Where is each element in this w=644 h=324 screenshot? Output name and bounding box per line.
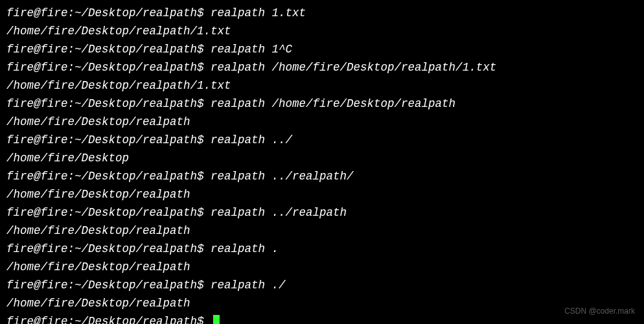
prompt: fire@fire:~/Desktop/realpath$ [6,97,211,110]
terminal-command-line: fire@fire:~/Desktop/realpath$ realpath .… [6,203,638,222]
terminal-output-line: /home/fire/Desktop/realpath [6,185,638,203]
terminal-output-line: /home/fire/Desktop/realpath [6,258,638,276]
prompt: fire@fire:~/Desktop/realpath$ [6,170,211,183]
terminal-command-line: fire@fire:~/Desktop/realpath$ realpath . [6,240,638,258]
terminal-active-line[interactable]: fire@fire:~/Desktop/realpath$ [6,312,638,324]
command-text: realpath 1^C [211,43,292,56]
terminal-command-line: fire@fire:~/Desktop/realpath$ realpath 1… [6,40,638,58]
terminal-output-line: /home/fire/Desktop/realpath/1.txt [6,22,638,40]
terminal-command-line: fire@fire:~/Desktop/realpath$ realpath /… [6,95,638,113]
terminal-output-line: /home/fire/Desktop/realpath/1.txt [6,76,638,95]
terminal-output-line: /home/fire/Desktop/realpath [6,222,638,240]
watermark: CSDN @coder.mark [564,302,635,320]
terminal-output-line: /home/fire/Desktop/realpath [6,113,638,131]
command-text: realpath /home/fire/Desktop/realpath/1.t… [211,61,496,74]
command-text: realpath ../ [211,133,292,146]
prompt: fire@fire:~/Desktop/realpath$ [6,206,211,219]
command-text: realpath /home/fire/Desktop/realpath [211,97,455,110]
command-text: realpath ../realpath/ [211,170,354,183]
terminal-output[interactable]: fire@fire:~/Desktop/realpath$ realpath 1… [6,4,638,324]
command-text: realpath ./ [211,279,286,292]
cursor [213,315,220,324]
terminal-command-line: fire@fire:~/Desktop/realpath$ realpath .… [6,276,638,294]
terminal-output-line: /home/fire/Desktop [6,149,638,167]
command-text: realpath . [211,242,279,255]
terminal-command-line: fire@fire:~/Desktop/realpath$ realpath 1… [6,4,638,22]
terminal-command-line: fire@fire:~/Desktop/realpath$ realpath .… [6,167,638,185]
command-text: realpath 1.txt [211,6,306,19]
prompt: fire@fire:~/Desktop/realpath$ [6,6,211,19]
command-text: realpath ../realpath [211,206,347,219]
prompt: fire@fire:~/Desktop/realpath$ [6,242,211,255]
prompt: fire@fire:~/Desktop/realpath$ [6,279,211,292]
prompt: fire@fire:~/Desktop/realpath$ [6,133,211,146]
terminal-output-line: /home/fire/Desktop/realpath [6,294,638,312]
prompt: fire@fire:~/Desktop/realpath$ [6,315,211,324]
terminal-command-line: fire@fire:~/Desktop/realpath$ realpath /… [6,58,638,76]
terminal-command-line: fire@fire:~/Desktop/realpath$ realpath .… [6,131,638,149]
prompt: fire@fire:~/Desktop/realpath$ [6,61,211,74]
prompt: fire@fire:~/Desktop/realpath$ [6,43,211,56]
